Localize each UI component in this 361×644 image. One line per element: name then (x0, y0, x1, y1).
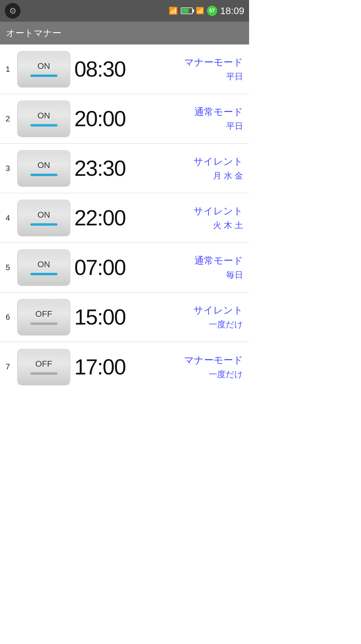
row-number-5: 5 (2, 263, 13, 272)
schedule-list: 1 ON 08:30 マナーモード 平日 2 ON 20:00 通常モード 平日… (0, 44, 249, 392)
battery-icon (181, 8, 193, 14)
schedule-days-7: 一度だけ (209, 369, 243, 380)
schedule-mode-2: 通常モード (194, 105, 243, 119)
toggle-label-2: ON (38, 111, 50, 121)
schedule-mode-1: マナーモード (184, 56, 243, 69)
row-number-2: 2 (2, 114, 13, 124)
schedule-days-4: 火 木 土 (213, 220, 243, 231)
schedule-days-1: 平日 (226, 71, 243, 82)
schedule-row-7[interactable]: 7 OFF 17:00 マナーモード 一度だけ (0, 342, 249, 392)
schedule-row-6[interactable]: 6 OFF 15:00 サイレント 一度だけ (0, 292, 249, 342)
toggle-indicator-3 (30, 174, 57, 176)
schedule-info-6: サイレント 一度だけ (153, 304, 249, 330)
status-bar: 📶 📶 57 18:09 (0, 0, 249, 22)
schedule-row-2[interactable]: 2 ON 20:00 通常モード 平日 (0, 94, 249, 144)
row-number-6: 6 (2, 313, 13, 322)
schedule-days-2: 平日 (226, 121, 243, 132)
app-bar: オートマナー (0, 22, 249, 44)
toggle-button-2[interactable]: ON (17, 101, 70, 137)
schedule-row-3[interactable]: 3 ON 23:30 サイレント 月 水 金 (0, 144, 249, 193)
schedule-info-2: 通常モード 平日 (153, 105, 249, 132)
toggle-button-6[interactable]: OFF (17, 299, 70, 335)
schedule-row-1[interactable]: 1 ON 08:30 マナーモード 平日 (0, 44, 249, 94)
app-icon (5, 3, 20, 19)
schedule-info-5: 通常モード 毎日 (153, 254, 249, 281)
app-icon-area (5, 3, 20, 19)
toggle-indicator-2 (30, 124, 57, 127)
schedule-time-2: 20:00 (74, 106, 153, 131)
schedule-time-3: 23:30 (74, 156, 153, 181)
schedule-days-5: 毎日 (226, 269, 243, 281)
wifi-icon: 📶 (169, 7, 178, 15)
schedule-mode-4: サイレント (193, 205, 243, 218)
status-icons: 📶 📶 57 18:09 (169, 5, 244, 17)
toggle-button-5[interactable]: ON (17, 249, 70, 285)
toggle-indicator-4 (30, 223, 57, 226)
schedule-row-4[interactable]: 4 ON 22:00 サイレント 火 木 土 (0, 193, 249, 243)
toggle-indicator-6 (30, 322, 57, 325)
toggle-label-5: ON (38, 260, 50, 269)
row-number-4: 4 (2, 213, 13, 223)
toggle-button-1[interactable]: ON (17, 51, 70, 87)
schedule-days-6: 一度だけ (209, 319, 243, 330)
app-title: オートマナー (6, 27, 61, 39)
schedule-mode-7: マナーモード (184, 354, 243, 367)
toggle-label-3: ON (38, 160, 50, 170)
schedule-time-7: 17:00 (74, 355, 153, 379)
schedule-info-3: サイレント 月 水 金 (153, 155, 249, 182)
toggle-button-7[interactable]: OFF (17, 349, 70, 385)
schedule-mode-6: サイレント (193, 304, 243, 317)
schedule-info-4: サイレント 火 木 土 (153, 205, 249, 231)
schedule-time-5: 07:00 (74, 255, 153, 280)
signal-icon: 📶 (196, 7, 204, 15)
schedule-days-3: 月 水 金 (213, 170, 243, 182)
toggle-label-4: ON (38, 210, 50, 220)
schedule-time-1: 08:30 (74, 57, 153, 81)
row-number-3: 3 (2, 164, 13, 173)
toggle-indicator-5 (30, 273, 57, 275)
toggle-indicator-1 (30, 75, 57, 77)
schedule-time-6: 15:00 (74, 305, 153, 329)
schedule-row-5[interactable]: 5 ON 07:00 通常モード 毎日 (0, 243, 249, 292)
row-number-1: 1 (2, 65, 13, 74)
toggle-label-6: OFF (35, 309, 52, 319)
battery-badge: 57 (207, 6, 217, 16)
row-number-7: 7 (2, 362, 13, 371)
toggle-button-4[interactable]: ON (17, 200, 70, 236)
battery-fill (182, 9, 189, 13)
toggle-indicator-7 (30, 372, 57, 375)
schedule-time-4: 22:00 (74, 206, 153, 230)
toggle-label-1: ON (38, 61, 50, 71)
toggle-label-7: OFF (35, 359, 52, 369)
schedule-mode-3: サイレント (193, 155, 243, 168)
schedule-info-7: マナーモード 一度だけ (153, 354, 249, 380)
schedule-mode-5: 通常モード (194, 254, 243, 267)
toggle-button-3[interactable]: ON (17, 150, 70, 186)
status-time: 18:09 (220, 5, 244, 17)
schedule-info-1: マナーモード 平日 (153, 56, 249, 82)
